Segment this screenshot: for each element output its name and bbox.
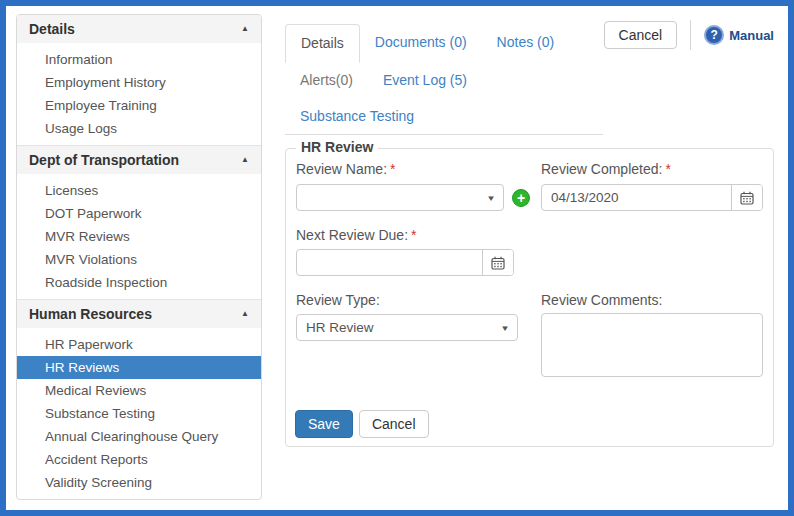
tab-details[interactable]: Details <box>285 24 360 63</box>
tab-substance-testing[interactable]: Substance Testing <box>285 98 429 135</box>
tab-event-log[interactable]: Event Log (5) <box>368 62 482 99</box>
sidebar-item-usage-logs[interactable]: Usage Logs <box>17 117 261 140</box>
review-name-label: Review Name:* <box>296 161 395 177</box>
sidebar-section-details: Details ▲ Information Employment History… <box>17 15 261 145</box>
section-items: HR Paperwork HR Reviews Medical Reviews … <box>17 328 261 499</box>
header-actions: Cancel ? Manual <box>604 20 774 50</box>
sidebar-item-accident-reports[interactable]: Accident Reports <box>17 448 261 471</box>
help-icon: ? <box>704 25 724 45</box>
collapse-arrow-icon[interactable]: ▲ <box>241 25 249 33</box>
section-items: Licenses DOT Paperwork MVR Reviews MVR V… <box>17 174 261 299</box>
calendar-icon[interactable] <box>731 185 762 210</box>
tab-documents[interactable]: Documents (0) <box>360 24 482 63</box>
add-review-name-button[interactable]: + <box>512 189 530 207</box>
section-items: Information Employment History Employee … <box>17 43 261 145</box>
review-name-select[interactable]: ▼ <box>296 184 504 211</box>
sidebar-item-annual-clearinghouse-query[interactable]: Annual Clearinghouse Query <box>17 425 261 448</box>
sidebar-item-validity-screening[interactable]: Validity Screening <box>17 471 261 494</box>
app-window: Details ▲ Information Employment History… <box>0 0 794 516</box>
calendar-icon[interactable] <box>482 250 513 275</box>
sidebar: Details ▲ Information Employment History… <box>16 14 262 500</box>
chevron-down-icon: ▼ <box>486 193 496 202</box>
required-marker: * <box>390 161 395 177</box>
manual-link[interactable]: ? Manual <box>704 25 774 45</box>
sidebar-item-medical-reviews[interactable]: Medical Reviews <box>17 379 261 402</box>
next-review-due-input[interactable] <box>297 250 482 275</box>
review-completed-label: Review Completed:* <box>541 161 671 177</box>
form-cancel-button[interactable]: Cancel <box>359 410 429 438</box>
sidebar-item-licenses[interactable]: Licenses <box>17 179 261 202</box>
sidebar-item-employee-training[interactable]: Employee Training <box>17 94 261 117</box>
review-comments-textarea[interactable] <box>541 313 763 377</box>
sidebar-section-header-details[interactable]: Details ▲ <box>17 15 261 43</box>
sidebar-item-information[interactable]: Information <box>17 48 261 71</box>
next-review-due-group <box>296 249 514 276</box>
section-title: Details <box>29 21 75 37</box>
collapse-arrow-icon[interactable]: ▲ <box>241 156 249 164</box>
cancel-button[interactable]: Cancel <box>604 21 678 49</box>
review-comments-label: Review Comments: <box>541 292 662 308</box>
sidebar-item-hr-paperwork[interactable]: HR Paperwork <box>17 333 261 356</box>
sidebar-section-human-resources: Human Resources ▲ HR Paperwork HR Review… <box>17 299 261 499</box>
collapse-arrow-icon[interactable]: ▲ <box>241 310 249 318</box>
review-type-select[interactable]: HR Review ▼ <box>296 314 518 341</box>
next-review-due-label: Next Review Due:* <box>296 227 417 243</box>
section-title: Human Resources <box>29 306 152 322</box>
fieldset-legend: HR Review <box>296 139 378 155</box>
tab-bar: Details Documents (0) Notes (0) Alerts(0… <box>285 24 603 135</box>
hr-review-fieldset: HR Review Review Name:* ▼ + Review Compl… <box>285 148 774 447</box>
sidebar-section-dept-of-transportation: Dept of Transportation ▲ Licenses DOT Pa… <box>17 145 261 299</box>
review-type-label: Review Type: <box>296 292 380 308</box>
tab-notes[interactable]: Notes (0) <box>482 24 570 63</box>
divider <box>690 20 691 50</box>
required-marker: * <box>411 227 416 243</box>
chevron-down-icon: ▼ <box>500 323 510 332</box>
sidebar-section-header-human-resources[interactable]: Human Resources ▲ <box>17 299 261 328</box>
required-marker: * <box>665 161 670 177</box>
section-title: Dept of Transportation <box>29 152 179 168</box>
form-buttons: Save Cancel <box>295 410 429 438</box>
sidebar-item-dot-paperwork[interactable]: DOT Paperwork <box>17 202 261 225</box>
manual-label: Manual <box>729 28 774 43</box>
review-completed-group <box>541 184 763 211</box>
sidebar-item-substance-testing[interactable]: Substance Testing <box>17 402 261 425</box>
sidebar-item-employment-history[interactable]: Employment History <box>17 71 261 94</box>
sidebar-item-mvr-violations[interactable]: MVR Violations <box>17 248 261 271</box>
tab-alerts[interactable]: Alerts(0) <box>285 62 368 99</box>
sidebar-item-roadside-inspection[interactable]: Roadside Inspection <box>17 271 261 294</box>
sidebar-item-hr-reviews[interactable]: HR Reviews <box>17 356 261 379</box>
save-button[interactable]: Save <box>295 410 353 438</box>
sidebar-section-header-dept-of-transportation[interactable]: Dept of Transportation ▲ <box>17 145 261 174</box>
sidebar-item-mvr-reviews[interactable]: MVR Reviews <box>17 225 261 248</box>
review-type-value: HR Review <box>306 320 374 335</box>
review-completed-input[interactable] <box>542 185 731 210</box>
